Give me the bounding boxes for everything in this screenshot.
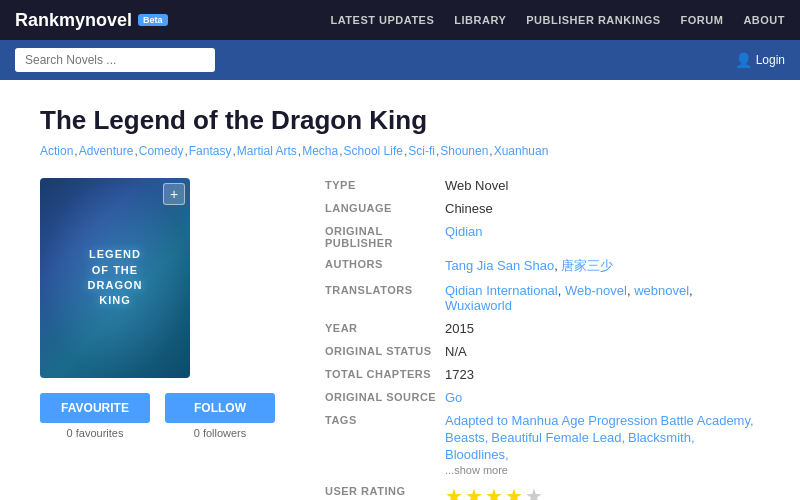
translators-row: TRANSLATORS Qidian International, Web-no… bbox=[325, 283, 760, 313]
genre-tag[interactable]: Sci-fi bbox=[408, 144, 435, 158]
search-input[interactable] bbox=[15, 48, 215, 72]
publisher-value[interactable]: Qidian bbox=[445, 224, 483, 239]
nav-latest-updates[interactable]: LATEST UPDATES bbox=[331, 14, 435, 26]
genre-separator: , bbox=[489, 144, 492, 158]
genre-tag[interactable]: Adventure bbox=[79, 144, 134, 158]
nav-forum[interactable]: FORUM bbox=[681, 14, 724, 26]
tags-row: TAGS Adapted to ManhuaAge ProgressionBat… bbox=[325, 413, 760, 476]
nav-library[interactable]: LIBRARY bbox=[454, 14, 506, 26]
genre-tags: Action, Adventure, Comedy, Fantasy, Mart… bbox=[40, 144, 760, 158]
status-row: ORIGINAL STATUS N/A bbox=[325, 344, 760, 359]
cover-title: LEGENDOF THEDRAGONKING bbox=[88, 247, 143, 309]
genre-tag[interactable]: Martial Arts bbox=[237, 144, 297, 158]
genre-tag[interactable]: Xuanhuan bbox=[494, 144, 549, 158]
tag-link[interactable]: Battle Academy, bbox=[661, 413, 754, 428]
type-value: Web Novel bbox=[445, 178, 508, 193]
status-value: N/A bbox=[445, 344, 467, 359]
genre-separator: , bbox=[339, 144, 342, 158]
language-row: LANGUAGE Chinese bbox=[325, 201, 760, 216]
source-row: ORIGINAL SOURCE Go bbox=[325, 390, 760, 405]
show-more-tags[interactable]: ...show more bbox=[445, 464, 760, 476]
chapters-row: TOTAL CHAPTERS 1723 bbox=[325, 367, 760, 382]
header-nav: LATEST UPDATES LIBRARY PUBLISHER RANKING… bbox=[331, 14, 785, 26]
favourite-col: FAVOURITE 0 favourites bbox=[40, 393, 150, 439]
translator-link[interactable]: Web-novel bbox=[565, 283, 627, 298]
genre-tag[interactable]: Fantasy bbox=[189, 144, 232, 158]
authors-value: Tang Jia San Shao, 唐家三少 bbox=[445, 257, 613, 275]
language-value: Chinese bbox=[445, 201, 493, 216]
login-label: Login bbox=[756, 53, 785, 67]
genre-tag[interactable]: School Life bbox=[344, 144, 403, 158]
translator-link[interactable]: Qidian International bbox=[445, 283, 558, 298]
tag-link[interactable]: Adapted to Manhua bbox=[445, 413, 558, 428]
genre-separator: , bbox=[404, 144, 407, 158]
follow-button[interactable]: FOLLOW bbox=[165, 393, 275, 423]
separator: , bbox=[689, 283, 693, 298]
cover-section: + LEGENDOF THEDRAGONKING FAVOURITE 0 fav… bbox=[40, 178, 275, 500]
tag-link[interactable]: Beasts, bbox=[445, 430, 488, 445]
translators-value: Qidian International, Web-novel, webnove… bbox=[445, 283, 760, 313]
novel-title: The Legend of the Dragon King bbox=[40, 105, 760, 136]
genre-tag[interactable]: Action bbox=[40, 144, 73, 158]
authors-label: AUTHORS bbox=[325, 257, 445, 270]
rating-section: ★★★★★ Not yet rated bbox=[445, 484, 543, 500]
genre-separator: , bbox=[436, 144, 439, 158]
translator-link[interactable]: webnovel bbox=[634, 283, 689, 298]
year-value: 2015 bbox=[445, 321, 474, 336]
genre-separator: , bbox=[184, 144, 187, 158]
genre-tag[interactable]: Mecha bbox=[302, 144, 338, 158]
stars[interactable]: ★★★★★ bbox=[445, 484, 543, 500]
nav-about[interactable]: ABOUT bbox=[743, 14, 785, 26]
genre-tag[interactable]: Comedy bbox=[139, 144, 184, 158]
chapters-label: TOTAL CHAPTERS bbox=[325, 367, 445, 380]
novel-details: + LEGENDOF THEDRAGONKING FAVOURITE 0 fav… bbox=[40, 178, 760, 500]
tags-label: TAGS bbox=[325, 413, 445, 426]
tag-link[interactable]: Beautiful Female Lead, bbox=[491, 430, 625, 445]
year-label: YEAR bbox=[325, 321, 445, 334]
publisher-row: ORIGINAL PUBLISHER Qidian bbox=[325, 224, 760, 249]
header: Rankmynovel Beta LATEST UPDATES LIBRARY … bbox=[0, 0, 800, 40]
type-label: TYPE bbox=[325, 178, 445, 191]
author-link[interactable]: 唐家三少 bbox=[561, 258, 613, 273]
tag-link[interactable]: Blacksmith, bbox=[628, 430, 694, 445]
book-cover: + LEGENDOF THEDRAGONKING bbox=[40, 178, 190, 378]
language-label: LANGUAGE bbox=[325, 201, 445, 214]
search-bar: 👤 Login bbox=[0, 40, 800, 80]
translator-link[interactable]: Wuxiaworld bbox=[445, 298, 512, 313]
tag-link[interactable]: Age Progression bbox=[561, 413, 657, 428]
star-icon[interactable]: ★ bbox=[505, 484, 523, 500]
star-icon[interactable]: ★ bbox=[525, 484, 543, 500]
add-cover-button[interactable]: + bbox=[163, 183, 185, 205]
authors-row: AUTHORS Tang Jia San Shao, 唐家三少 bbox=[325, 257, 760, 275]
followers-count: 0 followers bbox=[194, 427, 247, 439]
genre-separator: , bbox=[74, 144, 77, 158]
logo-section: Rankmynovel Beta bbox=[15, 10, 168, 31]
genre-separator: , bbox=[134, 144, 137, 158]
action-buttons: FAVOURITE 0 favourites FOLLOW 0 follower… bbox=[40, 393, 275, 439]
user-icon: 👤 bbox=[735, 52, 752, 68]
rating-row: USER RATING ★★★★★ Not yet rated bbox=[325, 484, 760, 500]
nav-publisher-rankings[interactable]: PUBLISHER RANKINGS bbox=[526, 14, 660, 26]
main-content: The Legend of the Dragon King Action, Ad… bbox=[0, 80, 800, 500]
source-value[interactable]: Go bbox=[445, 390, 462, 405]
genre-tag[interactable]: Shounen bbox=[440, 144, 488, 158]
genre-separator: , bbox=[232, 144, 235, 158]
star-icon[interactable]: ★ bbox=[465, 484, 483, 500]
author-link[interactable]: Tang Jia San Shao bbox=[445, 258, 554, 273]
tag-link[interactable]: Bloodlines, bbox=[445, 447, 509, 462]
login-button[interactable]: 👤 Login bbox=[735, 52, 785, 68]
logo-text: Rankmynovel bbox=[15, 10, 132, 31]
follow-col: FOLLOW 0 followers bbox=[165, 393, 275, 439]
chapters-value: 1723 bbox=[445, 367, 474, 382]
separator: , bbox=[558, 283, 565, 298]
favourite-button[interactable]: FAVOURITE bbox=[40, 393, 150, 423]
star-icon[interactable]: ★ bbox=[485, 484, 503, 500]
status-label: ORIGINAL STATUS bbox=[325, 344, 445, 357]
rating-label: USER RATING bbox=[325, 484, 445, 497]
beta-badge: Beta bbox=[138, 14, 168, 26]
info-table: TYPE Web Novel LANGUAGE Chinese ORIGINAL… bbox=[325, 178, 760, 500]
star-icon[interactable]: ★ bbox=[445, 484, 463, 500]
translators-label: TRANSLATORS bbox=[325, 283, 445, 296]
year-row: YEAR 2015 bbox=[325, 321, 760, 336]
genre-separator: , bbox=[298, 144, 301, 158]
